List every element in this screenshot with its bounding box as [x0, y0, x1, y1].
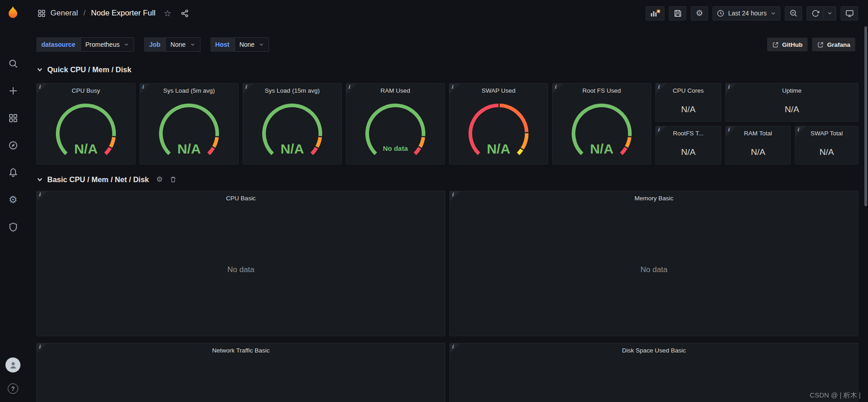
- time-range-picker[interactable]: Last 24 hours: [713, 6, 780, 20]
- variable-value-dropdown[interactable]: None: [234, 37, 269, 52]
- gauge-value: N/A: [449, 141, 548, 157]
- panel-title[interactable]: Network Traffic Basic: [37, 343, 445, 357]
- panel-ram-used: i RAM Used No data: [346, 83, 445, 164]
- grafana-app: ⚙ ?: [0, 0, 868, 402]
- breadcrumb-folder[interactable]: General: [50, 9, 78, 18]
- navbar-toolbar: ⚙ Last 24 hours: [646, 6, 858, 20]
- gauge-value: No data: [346, 144, 444, 152]
- panel-info-corner[interactable]: i: [726, 84, 736, 94]
- variable-value-dropdown[interactable]: Prometheus: [80, 37, 134, 52]
- panel-cpu-cores: i CPU Cores N/A: [655, 83, 721, 122]
- add-panel-button[interactable]: [646, 6, 664, 20]
- panel-swap-total: i SWAP Total N/A: [795, 126, 858, 164]
- trash-icon[interactable]: [170, 176, 177, 183]
- panel-cpu-basic: i CPU Basic No data: [36, 191, 445, 336]
- refresh-button[interactable]: [807, 6, 824, 20]
- sidebar-item-dashboards[interactable]: [0, 112, 26, 124]
- sidebar-item-create[interactable]: [0, 85, 26, 97]
- help-button[interactable]: ?: [8, 383, 18, 394]
- variable-label: datasource: [36, 37, 80, 52]
- gauge-value: N/A: [140, 141, 238, 157]
- variable-label: Host: [210, 37, 234, 52]
- panel-info-corner[interactable]: i: [656, 84, 666, 94]
- share-icon[interactable]: [180, 9, 189, 18]
- panel-info-corner[interactable]: i: [656, 126, 666, 137]
- save-icon: [673, 9, 682, 18]
- refresh-icon: [812, 10, 819, 17]
- panel-title[interactable]: Disk Space Used Basic: [450, 343, 858, 357]
- panel-title[interactable]: Sys Load (5m avg): [140, 84, 238, 97]
- panel-info-corner[interactable]: i: [37, 191, 47, 202]
- panel-title[interactable]: Memory Basic: [450, 191, 858, 205]
- stat-value: N/A: [656, 97, 721, 121]
- panel-info-corner[interactable]: i: [450, 343, 460, 354]
- chevron-down-icon: [827, 10, 833, 16]
- row-header-quick[interactable]: Quick CPU / Mem / Disk: [36, 62, 858, 77]
- panel-title[interactable]: CPU Basic: [37, 191, 445, 205]
- apps-grid-icon[interactable]: [37, 9, 46, 18]
- star-icon[interactable]: ☆: [164, 9, 171, 18]
- variable-host: Host None: [210, 37, 269, 52]
- sidebar-item-configuration[interactable]: ⚙: [0, 194, 26, 206]
- basic-panels-row: i CPU Basic No data i Memory Basic No da…: [36, 191, 858, 336]
- top-navbar: General / Node Exporter Full ☆: [26, 0, 868, 26]
- panel-info-corner[interactable]: i: [726, 126, 736, 137]
- panel-info-corner[interactable]: i: [450, 191, 460, 202]
- row-title: Basic CPU / Mem / Net / Disk: [47, 175, 149, 184]
- time-range-label: Last 24 hours: [728, 10, 767, 17]
- grafana-link-button[interactable]: Grafana: [812, 38, 855, 51]
- variable-selected-value: None: [239, 41, 254, 48]
- dashboard-settings-button[interactable]: ⚙: [691, 6, 708, 20]
- user-avatar[interactable]: [5, 357, 20, 372]
- compass-icon: [8, 140, 18, 150]
- network-disk-row: i Network Traffic Basic i Disk Space Use…: [36, 343, 858, 402]
- panel-swap-used: i SWAP Used N/A: [449, 83, 548, 164]
- dashboard-title[interactable]: Node Exporter Full: [91, 9, 155, 18]
- panel-title[interactable]: RAM Used: [346, 84, 444, 97]
- add-panel-icon: [650, 9, 660, 18]
- monitor-icon: [845, 9, 854, 18]
- stat-value: N/A: [656, 140, 721, 164]
- chevron-down-icon: [190, 42, 195, 47]
- row-header-basic[interactable]: Basic CPU / Mem / Net / Disk ⚙: [36, 172, 858, 187]
- scrollbar-thumb[interactable]: [864, 26, 867, 206]
- panel-info-corner[interactable]: i: [37, 84, 47, 94]
- submenu: datasource Prometheus Job None Host None: [26, 26, 868, 55]
- panel-network-traffic-basic: i Network Traffic Basic: [36, 343, 445, 402]
- sidebar-item-explore[interactable]: [0, 139, 26, 151]
- panel-info-corner[interactable]: i: [346, 84, 357, 94]
- panel-title[interactable]: Sys Load (15m avg): [243, 84, 341, 97]
- github-link-button[interactable]: GitHub: [767, 38, 808, 51]
- panel-info-corner[interactable]: i: [140, 84, 150, 94]
- stat-value: N/A: [726, 140, 790, 164]
- row-settings-icon[interactable]: ⚙: [156, 176, 163, 183]
- panel-title[interactable]: CPU Busy: [37, 84, 135, 97]
- grafana-flame-icon: [6, 5, 20, 20]
- dashboard-grid: Quick CPU / Mem / Disk i CPU Busy N/A i …: [36, 55, 858, 402]
- variable-value-dropdown[interactable]: None: [165, 37, 200, 52]
- panel-info-corner[interactable]: i: [795, 126, 806, 137]
- zoom-out-button[interactable]: [785, 6, 802, 20]
- row-actions: ⚙: [156, 176, 177, 183]
- refresh-interval-dropdown[interactable]: [824, 6, 836, 20]
- panel-info-corner[interactable]: i: [553, 84, 563, 94]
- sidebar-item-alerting[interactable]: [0, 167, 26, 179]
- panel-rootfs-total: i RootFS T... N/A: [655, 126, 721, 164]
- grafana-logo[interactable]: [6, 5, 20, 20]
- sidebar-item-search[interactable]: [0, 58, 26, 69]
- no-data-message: No data: [450, 265, 858, 274]
- panel-title[interactable]: SWAP Used: [449, 84, 548, 97]
- panel-title[interactable]: Uptime: [726, 84, 858, 97]
- panel-info-corner[interactable]: i: [243, 84, 254, 94]
- panel-info-corner[interactable]: i: [449, 84, 460, 94]
- clock-icon: [717, 10, 724, 17]
- cycle-view-mode-button[interactable]: [841, 6, 858, 20]
- chevron-down-icon: [770, 10, 776, 16]
- gauge-value: N/A: [243, 141, 341, 157]
- panel-title[interactable]: Root FS Used: [553, 84, 651, 97]
- panel-info-corner[interactable]: i: [37, 343, 47, 354]
- save-dashboard-button[interactable]: [669, 6, 686, 20]
- sidebar-item-server-admin[interactable]: [0, 221, 26, 233]
- variable-selected-value: Prometheus: [85, 41, 120, 48]
- bell-icon: [8, 168, 18, 178]
